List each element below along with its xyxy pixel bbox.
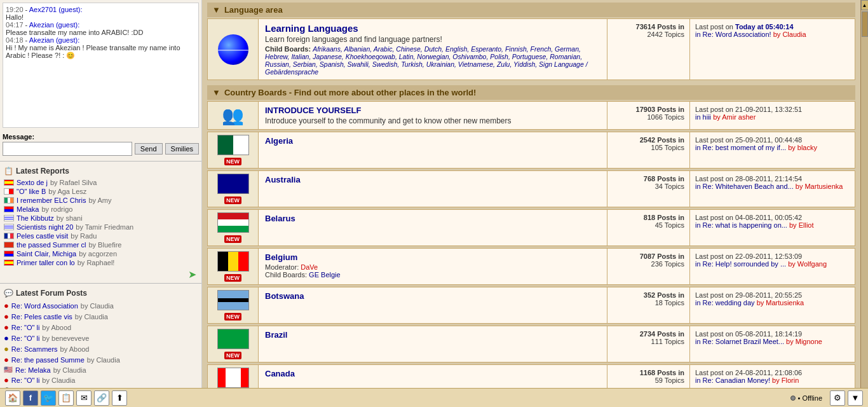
- country-lastpost-in[interactable]: in Re: best moment of my if...: [695, 144, 786, 151]
- country-lastpost-by[interactable]: by Martusienka: [796, 183, 843, 190]
- report-author: by Bluefire: [88, 241, 121, 249]
- lastpost-author-link[interactable]: by Claudia: [773, 31, 806, 38]
- send-button[interactable]: Send: [135, 143, 163, 155]
- country-topics: 236 Topics: [613, 260, 684, 268]
- country-lastpost-by[interactable]: by blacky: [788, 144, 817, 151]
- lastpost-in[interactable]: in Re: Word Association!: [695, 31, 771, 38]
- country-topics: 45 Topics: [613, 221, 684, 229]
- post-icon: ●: [4, 355, 9, 364]
- child-board-link[interactable]: GE Belgie: [309, 271, 341, 279]
- country-flag-area: NEW: [208, 171, 259, 207]
- country-title-link[interactable]: Canada: [265, 369, 295, 378]
- country-title-link[interactable]: Australia: [265, 175, 301, 184]
- chat-area[interactable]: 19:20 - Aex2701 (guest): Hallo! 04:17 - …: [3, 3, 199, 128]
- child-board-links[interactable]: Afrikaans, Albanian, Arabic, Chinese, Du…: [265, 45, 588, 76]
- clipboard-icon[interactable]: 📋: [58, 390, 74, 406]
- introduce-info: INTRODUCE YOURSELF Introduce yourself to…: [259, 102, 607, 129]
- twitter-icon[interactable]: 🐦: [41, 390, 56, 406]
- list-item: ● Re: the passed Summe by Claudia: [4, 354, 198, 365]
- list-item: ● Re: Peles castle vis by Claudia: [4, 311, 198, 322]
- list-item: The Kibbutz by shani: [4, 214, 198, 223]
- home-icon[interactable]: 🏠: [5, 390, 20, 406]
- flag-badge: [217, 368, 249, 388]
- country-lastpost-in[interactable]: in Re: Help! sorrounded by ...: [695, 260, 786, 268]
- forum-link[interactable]: Re: Scammers: [11, 345, 58, 353]
- facebook-icon[interactable]: f: [23, 390, 38, 406]
- country-stats: 352 Posts in 18 Topics: [607, 287, 689, 323]
- forum-link[interactable]: Re: "O" li: [11, 376, 39, 384]
- introduce-lastpost-author[interactable]: by Amir asher: [713, 113, 756, 121]
- country-board-row: NEW Botswana 352 Posts in 18 Topics Last…: [207, 287, 855, 324]
- post-icon: ●: [4, 333, 9, 343]
- report-author: by rodrigo: [41, 205, 72, 213]
- country-posts: 2542 Posts in: [613, 136, 684, 144]
- right-scrollbar[interactable]: ▲ ▼: [860, 0, 868, 407]
- country-posts: 768 Posts in: [613, 175, 684, 183]
- country-title-link[interactable]: Belarus: [265, 214, 295, 223]
- introduce-title-link[interactable]: INTRODUCE YOURSELF: [265, 106, 361, 115]
- share-icon[interactable]: 🔗: [94, 390, 109, 406]
- report-link[interactable]: The Kibbutz: [17, 214, 54, 222]
- forum-link[interactable]: Re: Peles castle vis: [11, 313, 72, 321]
- sidebar: 19:20 - Aex2701 (guest): Hallo! 04:17 - …: [0, 0, 202, 407]
- country-title-link[interactable]: Belgium: [265, 252, 297, 262]
- scroll-up-arrow[interactable]: ▲: [861, 0, 869, 10]
- scroll-thumb[interactable]: [862, 11, 868, 37]
- report-link[interactable]: Sexto de j: [17, 179, 48, 186]
- country-lastpost-in[interactable]: in Re: Whitehaven Beach and...: [695, 183, 794, 190]
- country-title-link[interactable]: Brazil: [265, 330, 287, 340]
- flag-icon: [4, 179, 14, 186]
- flag-badge: [217, 135, 249, 155]
- country-lastpost-in[interactable]: in Re: wedding day: [695, 299, 755, 307]
- country-lastpost-in[interactable]: in Re: Solarnet Brazil Meet...: [695, 338, 784, 345]
- bottom-toolbar: 🏠 f 🐦 📋 ✉ 🔗 ⬆ • Offline ⚙ ▼: [0, 388, 868, 407]
- country-lastpost-by[interactable]: by Martusienka: [757, 299, 804, 307]
- list-item: ● Re: "O" li by beneveveve: [4, 333, 198, 343]
- report-link[interactable]: "O" like B: [17, 188, 46, 195]
- forum-link[interactable]: Re: the passed Summe: [11, 356, 85, 364]
- forum-link[interactable]: Re: Word Association: [11, 302, 78, 310]
- country-lastpost-date: on 04-08-2011, 00:05:42: [726, 214, 803, 221]
- country-title-link[interactable]: Botswana: [265, 291, 304, 301]
- child-boards-line: Child Boards: GE Belgie: [265, 271, 600, 279]
- moderator-link[interactable]: DaVe: [301, 263, 318, 271]
- introduce-lastpost-in[interactable]: in hiii: [695, 113, 711, 121]
- country-lastpost-by[interactable]: by Wolfgang: [788, 260, 827, 268]
- flag-icon: [4, 251, 14, 257]
- post-author: by Abood: [60, 345, 90, 353]
- forum-link[interactable]: Re: "O" li: [11, 335, 39, 342]
- new-badge: NEW: [224, 313, 241, 321]
- report-link[interactable]: I remember ELC Chris: [17, 197, 86, 204]
- forum-link[interactable]: Re: Melaka: [15, 366, 51, 374]
- country-posts: 818 Posts in: [613, 214, 684, 221]
- report-link[interactable]: Scientists night 20: [17, 223, 73, 231]
- report-link[interactable]: Primer taller con lo: [17, 259, 75, 266]
- post-icon: ●: [4, 301, 9, 310]
- country-lastpost-in[interactable]: in Re: Canadian Money!: [695, 376, 770, 384]
- country-title-link[interactable]: Algeria: [265, 136, 293, 146]
- list-item: ● Re: "O" li by Abood: [4, 322, 198, 333]
- settings-icon[interactable]: ⚙: [830, 390, 845, 406]
- country-lastpost-by[interactable]: by Florin: [772, 376, 799, 384]
- upload-icon[interactable]: ⬆: [112, 390, 127, 406]
- country-lastpost-in[interactable]: in Re: what is happening on...: [695, 221, 787, 229]
- report-link[interactable]: Peles castle visit: [17, 232, 68, 240]
- report-link[interactable]: the passed Summer cl: [17, 241, 86, 249]
- forum-link[interactable]: Re: "O" li: [11, 324, 39, 331]
- report-link[interactable]: Saint Clair, Michiga: [17, 250, 76, 258]
- flag-icon: [4, 206, 14, 212]
- country-info: Belgium Moderator: DaVe Child Boards: GE…: [259, 249, 607, 284]
- smilies-button[interactable]: Smilies: [165, 143, 199, 155]
- email-icon[interactable]: ✉: [76, 390, 92, 406]
- lastpost-date[interactable]: Today at 05:40:14: [735, 23, 794, 31]
- country-lastpost-by[interactable]: by Mignone: [786, 338, 822, 345]
- list-item: Peles castle visit by Radu: [4, 231, 198, 240]
- dropdown-arrow-icon[interactable]: ▼: [848, 390, 863, 406]
- country-lastpost-by[interactable]: by Elliot: [789, 221, 814, 229]
- more-arrow[interactable]: ➤: [0, 268, 201, 280]
- moderator-line: Moderator: DaVe: [265, 263, 600, 271]
- countries-container: NEW Algeria 2542 Posts in 105 Topics Las…: [207, 132, 855, 407]
- report-link[interactable]: Melaka: [17, 205, 39, 213]
- message-input[interactable]: [3, 142, 132, 156]
- board-title-link[interactable]: Learning Languages: [265, 23, 358, 34]
